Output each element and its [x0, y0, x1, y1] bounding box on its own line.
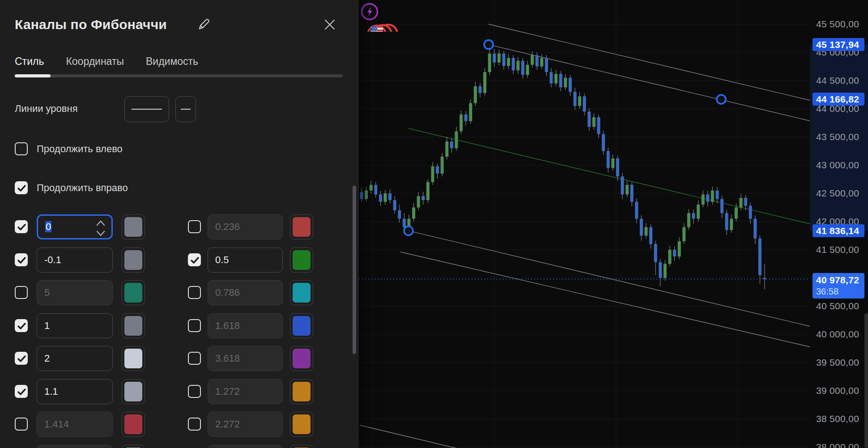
chart-panel[interactable]: 45 500,0045 000,0044 500,0044 000,0043 5… [359, 0, 868, 448]
checkmark-icon [17, 184, 27, 193]
candle-body [625, 185, 629, 194]
candle-body [554, 74, 557, 83]
level-checkbox[interactable] [188, 352, 201, 365]
candle-body [673, 250, 676, 256]
level-color-swatch[interactable] [290, 214, 313, 239]
candle-body [540, 58, 543, 67]
dialog-title: Каналы по Фибоначчи [15, 17, 167, 32]
candle-body [574, 92, 577, 106]
axis-scrollbar[interactable] [864, 313, 868, 448]
fib-anchor-handle[interactable] [717, 95, 726, 104]
extend-right-label: Продолжить вправо [37, 182, 128, 194]
fib-anchor-handle[interactable] [404, 226, 413, 235]
line-width-preview [181, 109, 191, 110]
line-style-preview [132, 109, 162, 110]
level-color-swatch[interactable] [290, 412, 313, 437]
level-checkbox[interactable] [188, 253, 201, 266]
level-color-swatch[interactable] [290, 313, 313, 338]
candle-body [668, 250, 672, 264]
line-width-button[interactable] [175, 96, 196, 122]
level-value-input[interactable]: 0.236 [208, 214, 283, 239]
level-color-swatch[interactable] [290, 379, 313, 404]
candle-body [436, 166, 439, 174]
candle-body [716, 191, 719, 199]
candle-body [479, 86, 482, 93]
level-color-swatch[interactable] [290, 247, 313, 273]
candle-body [607, 151, 610, 168]
swatch-color-fill [293, 283, 311, 303]
extend-right-checkbox[interactable] [15, 181, 28, 194]
fib-channel-line-1.1[interactable] [400, 252, 810, 347]
level-value-input[interactable]: 3.618 [208, 346, 283, 371]
lightning-icon[interactable] [362, 4, 378, 20]
close-icon[interactable] [323, 18, 336, 31]
candle-body [464, 115, 468, 121]
fib-level-row: 0.236 [0, 214, 359, 239]
candlestick-chart-canvas[interactable] [359, 0, 868, 448]
tab-visibility[interactable]: Видимость [146, 55, 198, 68]
fib-channel-line-2[interactable] [360, 425, 456, 448]
fib-channel-settings-dialog: Каналы по Фибоначчи Стиль Координаты Вид… [0, 0, 359, 448]
candle-body [417, 196, 420, 207]
candle-body [602, 134, 605, 151]
level-value-input[interactable] [208, 445, 283, 448]
candle-body [545, 58, 548, 73]
level-checkbox[interactable] [188, 220, 201, 233]
level-value-input[interactable]: 0.5 [208, 247, 283, 273]
economic-events-flag-icon[interactable] [368, 25, 397, 32]
candle-body [384, 193, 387, 202]
candle-body [592, 117, 596, 127]
tab-coordinates[interactable]: Координаты [66, 55, 124, 68]
extend-left-checkbox[interactable] [15, 142, 28, 155]
level-value-input[interactable]: 1.618 [208, 313, 283, 338]
fib-channel-line-1[interactable] [408, 231, 810, 326]
candle-body [664, 264, 667, 278]
candle-body [360, 192, 363, 199]
price-tick-label: 41 500,00 [816, 244, 859, 256]
fib-level-row: 3.618 [0, 346, 359, 371]
candle-body [706, 195, 709, 202]
level-checkbox[interactable] [188, 418, 201, 431]
candle-body [441, 157, 444, 174]
level-checkbox[interactable] [188, 319, 201, 332]
dialog-tabs: Стиль Координаты Видимость [15, 55, 198, 68]
bar-countdown: 36:58 [816, 286, 861, 297]
extend-right-checkbox-row[interactable]: Продолжить вправо [15, 181, 128, 194]
fib-anchor-handle[interactable] [484, 40, 493, 49]
edit-title-pencil-icon[interactable] [197, 17, 211, 31]
swatch-color-fill [293, 316, 311, 336]
swatch-color-fill [293, 382, 311, 401]
dialog-scrollbar[interactable] [353, 186, 356, 354]
candle-body [702, 195, 705, 205]
candle-body [578, 96, 581, 106]
level-value-input[interactable]: 1.272 [208, 379, 283, 404]
level-checkbox[interactable] [188, 286, 201, 299]
level-color-swatch[interactable] [290, 280, 313, 305]
candle-body [531, 55, 534, 64]
candle-body [398, 210, 401, 219]
fib-level-row: 0.786 [0, 280, 359, 305]
candle-body [488, 54, 491, 73]
fib-level-row: 1.618 [0, 313, 359, 338]
chart-corner-icons [359, 0, 417, 32]
candle-body [654, 244, 657, 262]
level-value-input[interactable]: 0.786 [208, 280, 283, 305]
level-lines-label: Линии уровня [15, 103, 78, 115]
candle-body [740, 198, 743, 207]
extend-left-checkbox-row[interactable]: Продолжить влево [15, 142, 123, 155]
level-color-swatch[interactable] [290, 346, 313, 371]
current-price-badge: 40 978,72 36:58 [813, 273, 864, 299]
price-tick-label: 43 000,00 [816, 159, 859, 171]
level-lines-row: Линии уровня [15, 96, 343, 122]
level-checkbox[interactable] [188, 385, 201, 398]
candle-body [455, 131, 458, 148]
candle-body [687, 213, 690, 227]
active-tab-indicator [15, 74, 51, 77]
level-color-swatch[interactable] [290, 445, 313, 448]
candle-body [758, 239, 762, 275]
level-value-input[interactable]: 2.272 [208, 412, 283, 437]
line-style-button[interactable] [124, 96, 169, 122]
candle-body [431, 166, 434, 182]
tab-style[interactable]: Стиль [15, 55, 44, 68]
price-axis[interactable]: 45 500,0045 000,0044 500,0044 000,0043 5… [810, 0, 868, 448]
